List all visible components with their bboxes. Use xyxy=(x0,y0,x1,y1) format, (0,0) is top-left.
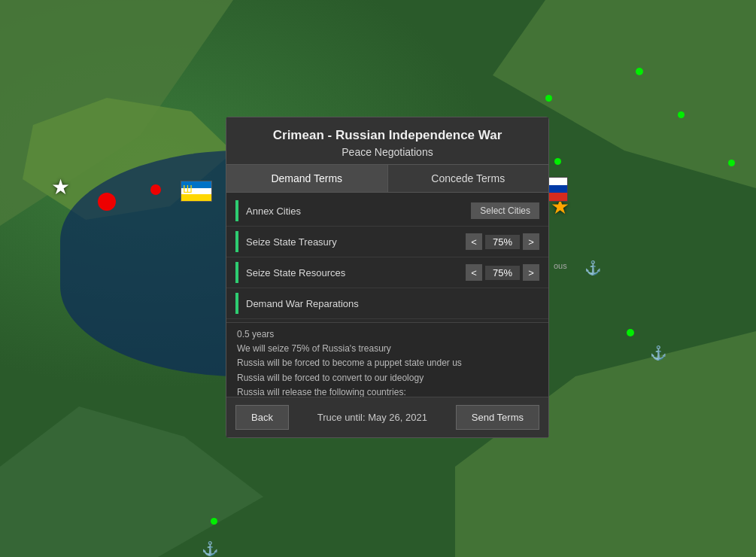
term-war-reparations: Demand War Reparations xyxy=(226,288,548,319)
summary-box: 0.5 years We will seize 75% of Russia's … xyxy=(226,322,548,397)
treasury-value: 75% xyxy=(485,235,520,249)
summary-line-1: We will seize 75% of Russia's treasury xyxy=(237,342,538,356)
term-seize-treasury: Seize State Treasury < 75% > xyxy=(226,227,548,257)
summary-line-3: Russia will be forced to convert to our … xyxy=(237,371,538,385)
crimea-star-marker: ★ xyxy=(51,175,70,199)
truce-info: Truce until: May 26, 2021 xyxy=(317,412,427,423)
anchor-icon-3: ⚓ xyxy=(202,540,218,557)
anchor-icon-2: ⚓ xyxy=(650,345,666,361)
terms-wrapper: Annex Cities Select Cities Seize State T… xyxy=(226,193,548,322)
summary-line-4: Russia will release the following countr… xyxy=(237,385,538,397)
select-cities-button[interactable]: Select Cities xyxy=(471,202,539,219)
resources-decrease-button[interactable]: < xyxy=(466,264,482,281)
anchor-icon-1: ⚓ xyxy=(584,260,601,276)
term-bar-2 xyxy=(235,231,238,252)
dialog-title: Crimean - Russian Independence War xyxy=(241,128,533,143)
back-button[interactable]: Back xyxy=(235,405,289,430)
map-label: ous xyxy=(554,261,567,270)
term-annex-cities: Annex Cities Select Cities xyxy=(226,196,548,227)
green-dot-6 xyxy=(627,329,634,336)
summary-line-2: Russia will be forced to become a puppet… xyxy=(237,356,538,370)
crimea-flag xyxy=(181,181,212,202)
term-bar-3 xyxy=(235,262,238,283)
term-label-resources: Seize State Resources xyxy=(246,267,466,278)
term-bar-4 xyxy=(235,293,238,314)
green-dot-4 xyxy=(554,158,561,165)
red-dot-1 xyxy=(150,184,161,195)
term-label-reparations: Demand War Reparations xyxy=(246,298,539,309)
summary-line-0: 0.5 years xyxy=(237,327,538,342)
treasury-decrease-button[interactable]: < xyxy=(466,233,482,250)
terms-list: Annex Cities Select Cities Seize State T… xyxy=(226,193,548,322)
red-dot-2 xyxy=(98,193,116,211)
dialog-header: Crimean - Russian Independence War Peace… xyxy=(226,117,548,165)
dialog-tabs: Demand Terms Concede Terms xyxy=(226,165,548,193)
green-dot-5 xyxy=(728,160,735,166)
resources-controls: < 75% > xyxy=(466,264,539,281)
dialog-subtitle: Peace Negotiations xyxy=(241,146,533,158)
green-dot-7 xyxy=(211,518,217,525)
send-terms-button[interactable]: Send Terms xyxy=(456,405,539,430)
term-label-annex-cities: Annex Cities xyxy=(246,205,471,217)
green-dot-3 xyxy=(678,111,685,118)
treasury-controls: < 75% > xyxy=(466,233,539,250)
green-dot-2 xyxy=(545,95,552,102)
concede-terms-tab[interactable]: Concede Terms xyxy=(388,165,549,192)
term-seize-resources: Seize State Resources < 75% > xyxy=(226,257,548,288)
green-dot-1 xyxy=(636,68,643,75)
resources-increase-button[interactable]: > xyxy=(523,264,539,281)
dialog-footer: Back Truce until: May 26, 2021 Send Term… xyxy=(226,397,548,437)
demand-terms-tab[interactable]: Demand Terms xyxy=(226,165,388,192)
treasury-increase-button[interactable]: > xyxy=(523,233,539,250)
resources-value: 75% xyxy=(485,266,520,280)
term-label-treasury: Seize State Treasury xyxy=(246,236,466,248)
annex-cities-controls: Select Cities xyxy=(471,202,539,219)
term-bar-1 xyxy=(235,200,238,221)
peace-dialog: Crimean - Russian Independence War Peace… xyxy=(226,117,549,438)
